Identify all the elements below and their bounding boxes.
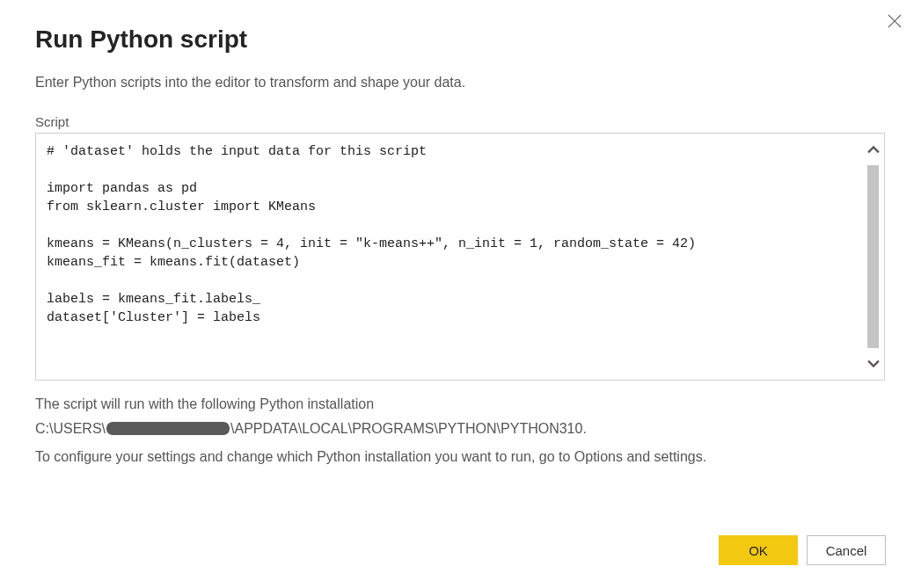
script-label: Script — [35, 114, 886, 129]
dialog-title: Run Python script — [35, 25, 886, 54]
install-path-prefix: C:\USERS\ — [35, 419, 106, 439]
redacted-username — [106, 422, 230, 435]
script-textarea[interactable]: # 'dataset' holds the input data for thi… — [36, 134, 861, 380]
run-python-script-dialog: Run Python script Enter Python scripts i… — [0, 0, 921, 588]
install-path: C:\USERS\ \APPDATA\LOCAL\PROGRAMS\PYTHON… — [35, 419, 886, 439]
chevron-down-icon — [867, 357, 880, 369]
settings-note: To configure your settings and change wh… — [35, 447, 886, 467]
cancel-button[interactable]: Cancel — [807, 535, 886, 565]
scrollbar-thumb[interactable] — [867, 165, 879, 348]
install-path-suffix: \APPDATA\LOCAL\PROGRAMS\PYTHON\PYTHON310… — [230, 419, 587, 439]
close-button[interactable] — [884, 11, 905, 32]
script-scrollbar[interactable] — [861, 134, 884, 380]
script-editor: # 'dataset' holds the input data for thi… — [35, 133, 885, 381]
scroll-up-button[interactable] — [862, 139, 884, 162]
install-note: The script will run with the following P… — [35, 395, 886, 414]
close-icon — [888, 14, 902, 28]
dialog-buttons: OK Cancel — [719, 535, 886, 565]
chevron-up-icon — [867, 144, 880, 156]
scroll-down-button[interactable] — [862, 352, 884, 374]
ok-button[interactable]: OK — [719, 535, 798, 565]
dialog-subtitle: Enter Python scripts into the editor to … — [35, 74, 886, 92]
